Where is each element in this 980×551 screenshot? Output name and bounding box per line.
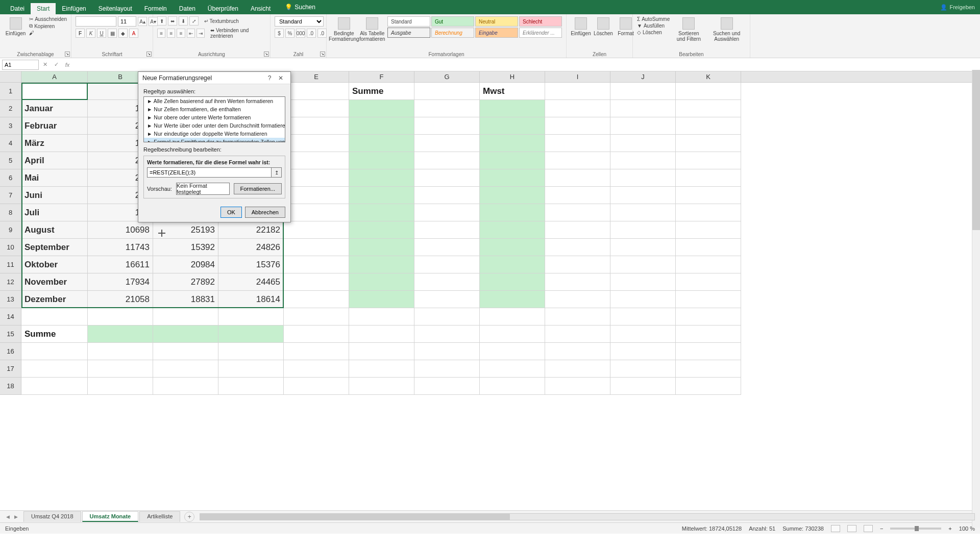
cell-B15[interactable] xyxy=(88,325,153,343)
cell-F8[interactable] xyxy=(349,204,414,221)
cell-E1[interactable] xyxy=(284,83,349,100)
format-as-table-button[interactable]: Als Tabelle formatieren xyxy=(359,16,385,43)
cell-A13[interactable]: Dezember xyxy=(21,291,88,308)
cell-H5[interactable] xyxy=(480,152,545,169)
menu-tab-seitenlayout[interactable]: Seitenlayout xyxy=(92,3,138,14)
cell-D7[interactable] xyxy=(218,187,284,204)
cell-F16[interactable] xyxy=(349,343,414,360)
row-header-2[interactable]: 2 xyxy=(0,100,21,117)
cell-D4[interactable] xyxy=(218,135,284,152)
cell-F6[interactable] xyxy=(349,169,414,187)
cell-C12[interactable]: 27892 xyxy=(153,273,218,291)
menu-tab-überprüfen[interactable]: Überprüfen xyxy=(202,3,244,14)
cell-K14[interactable] xyxy=(676,308,741,325)
align-bottom-button[interactable]: ⬇ xyxy=(179,16,188,26)
align-center-button[interactable]: ≡ xyxy=(167,29,175,38)
cell-K17[interactable] xyxy=(676,360,741,378)
cell-J1[interactable] xyxy=(610,83,676,100)
cell-B2[interactable]: 195 xyxy=(88,100,153,117)
column-header-J[interactable]: J xyxy=(610,71,676,82)
cell-C5[interactable] xyxy=(153,152,218,169)
cell-C10[interactable]: 15392 xyxy=(153,239,218,256)
cell-D17[interactable] xyxy=(218,360,284,378)
cell-J7[interactable] xyxy=(610,187,676,204)
menu-tab-ansicht[interactable]: Ansicht xyxy=(244,3,277,14)
row-header-5[interactable]: 5 xyxy=(0,152,21,169)
cell-H11[interactable] xyxy=(480,256,545,273)
cell-E7[interactable] xyxy=(284,187,349,204)
cell-B17[interactable] xyxy=(88,360,153,378)
cell-G15[interactable] xyxy=(414,325,480,343)
style-eingabe[interactable]: Eingabe xyxy=(475,28,518,38)
align-top-button[interactable]: ⬆ xyxy=(157,16,166,26)
cell-J14[interactable] xyxy=(610,308,676,325)
cell-J2[interactable] xyxy=(610,100,676,117)
cell-I3[interactable] xyxy=(545,117,610,135)
cell-C18[interactable] xyxy=(153,378,218,395)
cell-F18[interactable] xyxy=(349,378,414,395)
cell-K5[interactable] xyxy=(676,152,741,169)
cell-J4[interactable] xyxy=(610,135,676,152)
tell-me-search[interactable]: 💡 Suchen xyxy=(285,4,315,11)
cell-A9[interactable]: August xyxy=(21,221,88,239)
cell-C17[interactable] xyxy=(153,360,218,378)
share-icon[interactable]: 👤 xyxy=(940,4,947,11)
number-launcher[interactable]: ↘ xyxy=(320,52,325,57)
cell-C9[interactable]: 25193 xyxy=(153,221,218,239)
cell-E2[interactable] xyxy=(284,100,349,117)
cell-F17[interactable] xyxy=(349,360,414,378)
cut-button[interactable]: ✂Ausschneiden xyxy=(29,16,67,22)
cell-K7[interactable] xyxy=(676,187,741,204)
cell-I10[interactable] xyxy=(545,239,610,256)
cell-J10[interactable] xyxy=(610,239,676,256)
cell-K10[interactable] xyxy=(676,239,741,256)
cell-G9[interactable] xyxy=(414,221,480,239)
cell-F3[interactable] xyxy=(349,117,414,135)
cell-D10[interactable]: 24826 xyxy=(218,239,284,256)
cell-G5[interactable] xyxy=(414,152,480,169)
cell-A3[interactable]: Februar xyxy=(21,117,88,135)
page-break-view-button[interactable] xyxy=(864,525,873,532)
cell-E13[interactable] xyxy=(284,291,349,308)
cell-B12[interactable]: 17934 xyxy=(88,273,153,291)
sort-filter-button[interactable]: Sortieren und Filtern xyxy=(672,16,705,43)
cell-B1[interactable]: 20 xyxy=(88,83,153,100)
row-header-11[interactable]: 11 xyxy=(0,256,21,273)
cell-D14[interactable] xyxy=(218,308,284,325)
cell-A2[interactable]: Januar xyxy=(21,100,88,117)
cell-K16[interactable] xyxy=(676,343,741,360)
cell-E17[interactable] xyxy=(284,360,349,378)
cell-I9[interactable] xyxy=(545,221,610,239)
cell-C3[interactable] xyxy=(153,117,218,135)
format-painter-button[interactable]: 🖌 xyxy=(29,30,67,36)
merge-center-button[interactable]: ⬌ Verbinden und zentrieren xyxy=(210,28,266,39)
cell-E14[interactable] xyxy=(284,308,349,325)
number-format-select[interactable]: Standard xyxy=(275,16,324,27)
conditional-formatting-button[interactable]: Bedingte Formatierung xyxy=(331,16,357,43)
cell-H13[interactable] xyxy=(480,291,545,308)
cell-J17[interactable] xyxy=(610,360,676,378)
clear-button[interactable]: ◇Löschen xyxy=(637,30,670,35)
cell-D3[interactable] xyxy=(218,117,284,135)
cell-E3[interactable] xyxy=(284,117,349,135)
cancel-formula-button[interactable]: ✕ xyxy=(40,60,50,70)
cell-B9[interactable]: 10698 xyxy=(88,221,153,239)
cell-H4[interactable] xyxy=(480,135,545,152)
cell-K1[interactable] xyxy=(676,83,741,100)
cell-F13[interactable] xyxy=(349,291,414,308)
insert-cells-button[interactable]: Einfügen xyxy=(571,16,591,37)
cell-I12[interactable] xyxy=(545,273,610,291)
bold-button[interactable]: F xyxy=(76,29,85,38)
cell-I17[interactable] xyxy=(545,360,610,378)
cell-A7[interactable]: Juni xyxy=(21,187,88,204)
clipboard-launcher[interactable]: ↘ xyxy=(65,52,70,57)
cell-I1[interactable] xyxy=(545,83,610,100)
cell-H6[interactable] xyxy=(480,169,545,187)
cell-D15[interactable] xyxy=(218,325,284,343)
underline-button[interactable]: U xyxy=(97,29,106,38)
wrap-text-button[interactable]: ↵ Textumbruch xyxy=(204,18,239,24)
cell-A12[interactable]: November xyxy=(21,273,88,291)
cell-A17[interactable] xyxy=(21,360,88,378)
row-header-16[interactable]: 16 xyxy=(0,343,21,360)
cell-G6[interactable] xyxy=(414,169,480,187)
